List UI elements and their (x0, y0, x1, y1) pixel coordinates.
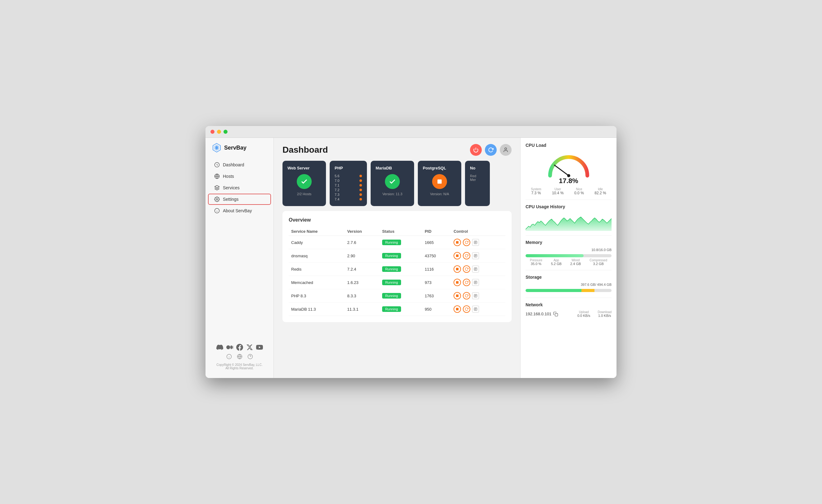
cpu-gauge: 17.8% (525, 151, 611, 185)
memory-title: Memory (525, 240, 611, 245)
status-badge: Running (382, 253, 401, 259)
cell-pid: 950 (422, 303, 451, 316)
close-button[interactable] (211, 130, 215, 134)
cell-control (451, 249, 505, 263)
stop-button[interactable] (453, 279, 461, 286)
storage-card: Storage 397.6 GB/ 494.4 GB (525, 275, 611, 293)
cell-pid: 973 (422, 276, 451, 289)
sidebar-item-hosts[interactable]: Hosts (208, 171, 271, 182)
log-button[interactable] (472, 306, 479, 313)
cell-pid: 1116 (422, 263, 451, 276)
medium-icon[interactable] (226, 344, 233, 351)
stop-button[interactable] (453, 238, 461, 246)
restart-button[interactable] (463, 306, 470, 313)
table-row: PHP 8.3 8.3.3 Running 1763 (289, 289, 505, 303)
log-button[interactable] (472, 252, 479, 259)
main-area: Dashboard (274, 138, 520, 378)
maximize-button[interactable] (224, 130, 228, 134)
col-header-pid: PID (422, 227, 451, 236)
php-versions-list: 5.6 7.0 7.1 (335, 174, 362, 201)
x-icon[interactable] (246, 344, 253, 351)
php-version-label: 7.3 (335, 193, 339, 196)
memory-bar-fill (525, 254, 583, 257)
cell-control (451, 236, 505, 249)
cell-name: Caddy (289, 236, 345, 249)
mem-stat-app: App 5.2 GB (551, 259, 561, 266)
user-profile-button[interactable] (500, 144, 511, 156)
youtube-icon[interactable] (256, 344, 263, 351)
php-version-72: 7.2 (335, 188, 362, 192)
cell-status: Running (380, 236, 422, 249)
facebook-icon[interactable] (236, 344, 243, 351)
sidebar: ServBay Dashboard (206, 138, 274, 378)
globe-link-icon[interactable] (237, 354, 243, 359)
info-link-icon[interactable] (226, 354, 232, 359)
sidebar-extra-links (206, 352, 274, 361)
svg-rect-46 (456, 308, 458, 310)
control-buttons (453, 252, 503, 260)
storage-bar-green (525, 289, 581, 292)
cell-status: Running (380, 249, 422, 263)
log-button[interactable] (472, 292, 479, 299)
sidebar-navigation: Dashboard Hosts (206, 159, 274, 340)
sidebar-item-about[interactable]: About ServBay (208, 205, 271, 216)
copyright-text: CopyRight © 2024 ServBay, LLC. All Right… (206, 361, 274, 373)
svg-rect-53 (555, 314, 558, 316)
php-version-label: 7.4 (335, 197, 339, 201)
status-badge: Running (382, 266, 401, 272)
cpu-stat-idle: Idle 82.2 % (594, 187, 606, 195)
network-card: Network 192.168.0.101 Upload 0.0 KB/s (525, 302, 611, 318)
svg-rect-20 (437, 179, 442, 184)
copy-icon[interactable] (553, 312, 558, 317)
header-actions (470, 144, 511, 156)
mariadb-subtitle: Version: 11.3 (376, 192, 409, 196)
col-header-version: Version (345, 227, 380, 236)
cell-control (451, 276, 505, 289)
status-badge: Running (382, 239, 401, 245)
restart-button[interactable] (463, 238, 470, 246)
discord-icon[interactable] (217, 344, 223, 351)
restart-button[interactable] (463, 252, 470, 260)
cell-status: Running (380, 303, 422, 316)
sidebar-item-settings[interactable]: Settings (208, 194, 271, 205)
refresh-button[interactable] (485, 144, 497, 156)
php-version-73: 7.3 (335, 193, 362, 196)
help-link-icon[interactable] (248, 354, 253, 359)
overview-title: Overview (289, 217, 505, 223)
col-header-name: Service Name (289, 227, 345, 236)
mariadb-status-icon (385, 174, 400, 189)
stop-button[interactable] (453, 266, 461, 273)
cell-name: Redis (289, 263, 345, 276)
php-version-label: 5.6 (335, 174, 339, 178)
minimize-button[interactable] (217, 130, 221, 134)
power-button[interactable] (470, 144, 482, 156)
stop-button[interactable] (453, 292, 461, 300)
stop-button[interactable] (453, 252, 461, 260)
sidebar-item-dashboard[interactable]: Dashboard (208, 159, 271, 170)
restart-button[interactable] (463, 266, 470, 273)
log-button[interactable] (472, 266, 479, 273)
app-name: ServBay (224, 145, 247, 151)
card-postgresql-title: PostgreSQL (423, 166, 456, 170)
network-row: 192.168.0.101 Upload 0.0 KB/s Download 1… (525, 310, 611, 318)
card-webserver: Web Server 2/2 Hosts (283, 161, 326, 206)
sidebar-item-services[interactable]: Services (208, 182, 271, 193)
storage-title: Storage (525, 275, 611, 280)
table-row: Redis 7.2.4 Running 1116 (289, 263, 505, 276)
php-version-label: 7.2 (335, 188, 339, 192)
php-version-label: 7.1 (335, 183, 339, 187)
log-button[interactable] (472, 279, 479, 286)
info-icon (214, 208, 220, 213)
log-button[interactable] (472, 239, 479, 246)
memory-label: 10.8/16.0 GB (525, 248, 611, 252)
divider1 (525, 199, 611, 200)
restart-button[interactable] (463, 292, 470, 300)
gear-icon (214, 196, 220, 202)
network-stats: Upload 0.0 KB/s Download 1.0 KB/s (577, 310, 611, 318)
memory-stats: Pressure 35.0 % App 5.2 GB Wired 2.4 GB … (525, 259, 611, 266)
cell-status: Running (380, 263, 422, 276)
net-stat-download: Download 1.0 KB/s (598, 310, 611, 318)
card-other-line2: Mer (470, 178, 485, 181)
stop-button[interactable] (453, 306, 461, 313)
restart-button[interactable] (463, 279, 470, 286)
